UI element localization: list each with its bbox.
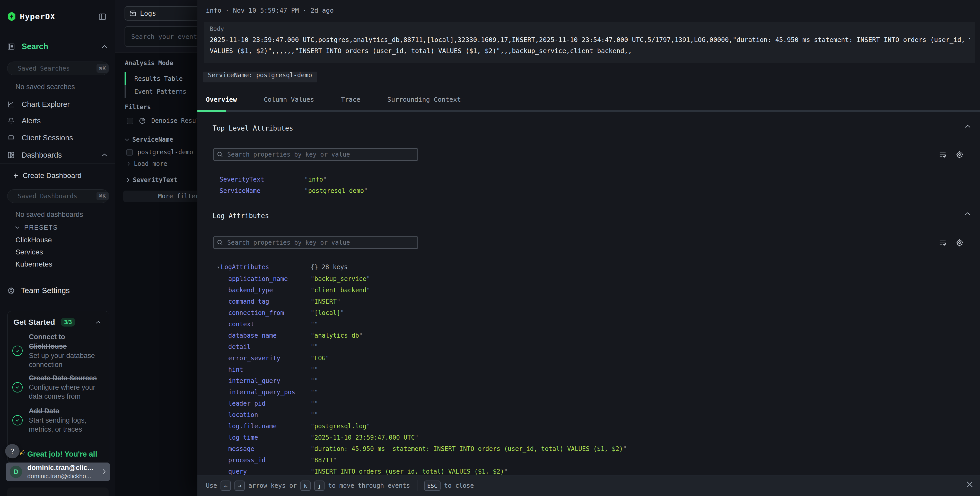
service-name-tag[interactable]: ServiceName: postgresql-demo bbox=[203, 72, 317, 82]
mode-results-table[interactable]: Results Table bbox=[124, 72, 197, 85]
saved-searches-button[interactable]: ⌘K bbox=[7, 62, 109, 75]
chevron-up-icon[interactable] bbox=[964, 124, 971, 128]
tab-underline-track bbox=[197, 110, 980, 112]
wrap-lines-icon[interactable] bbox=[939, 151, 947, 158]
load-more-button[interactable]: Load more bbox=[127, 160, 167, 167]
preset-kubernetes[interactable]: Kubernetes bbox=[16, 260, 52, 269]
attribute-row[interactable]: error_severity"LOG" bbox=[197, 352, 764, 364]
wrap-lines-icon[interactable] bbox=[939, 239, 947, 246]
attribute-row[interactable]: log_time"2025-11-10 23:59:47.000 UTC" bbox=[197, 432, 764, 443]
load-more-label: Load more bbox=[134, 160, 167, 167]
gear-icon[interactable] bbox=[956, 239, 964, 246]
denoise-icon bbox=[139, 117, 146, 124]
attribute-row[interactable]: SeverityText "info" bbox=[197, 174, 764, 185]
saved-searches-input[interactable] bbox=[18, 65, 97, 72]
sidebar-item-search[interactable]: Search bbox=[8, 42, 107, 51]
chevron-up-icon[interactable] bbox=[102, 45, 107, 48]
sidebar-item-alerts[interactable]: Alerts bbox=[8, 116, 107, 126]
filters-label: Filters bbox=[125, 104, 151, 111]
chevron-up-icon[interactable] bbox=[964, 212, 971, 216]
attribute-key: error_severity bbox=[228, 355, 310, 362]
sidebar: HyperDX Search ⌘K bbox=[0, 0, 115, 496]
log-attributes-root-row[interactable]: ▾ LogAttributes {} 28 keys bbox=[197, 262, 764, 273]
get-started-title: Get Started bbox=[13, 318, 55, 327]
inactive-mode-indicator bbox=[124, 85, 126, 98]
attribute-row[interactable]: internal_query_pos"" bbox=[197, 386, 764, 398]
attribute-row[interactable]: command_tag"INSERT" bbox=[197, 296, 764, 307]
attribute-key: query bbox=[228, 468, 310, 475]
preset-services[interactable]: Services bbox=[16, 248, 43, 257]
postgresql-demo-checkbox[interactable] bbox=[126, 149, 133, 156]
attribute-row[interactable]: ServiceName "postgresql-demo" bbox=[197, 185, 764, 196]
tab-overview[interactable]: Overview bbox=[206, 96, 237, 103]
help-button[interactable]: ? bbox=[5, 444, 19, 458]
servicename-group-toggle[interactable]: ServiceName bbox=[125, 136, 173, 143]
service-filter-row: postgresql-demo bbox=[126, 148, 193, 156]
close-icon[interactable] bbox=[966, 480, 974, 488]
user-name: dominic.tran@clic... bbox=[27, 464, 93, 472]
get-started-item-title: Create Data Sources bbox=[29, 373, 105, 383]
collapse-triangle-icon[interactable]: ▾ bbox=[217, 265, 220, 270]
bell-icon bbox=[8, 117, 15, 124]
attribute-key: location bbox=[228, 411, 310, 418]
tab-column-values[interactable]: Column Values bbox=[264, 96, 314, 103]
chevron-up-icon[interactable] bbox=[96, 321, 101, 324]
attribute-row[interactable]: location"" bbox=[197, 409, 764, 421]
attribute-row[interactable]: leader_pid"" bbox=[197, 398, 764, 409]
sidebar-collapse-icon[interactable] bbox=[99, 13, 106, 20]
get-started-item-title: Connect to ClickHouse bbox=[29, 332, 105, 351]
filter-group-label: ServiceName bbox=[132, 136, 173, 143]
chevron-down-icon bbox=[15, 226, 19, 229]
top-attributes-search-input[interactable] bbox=[213, 148, 418, 161]
attribute-row[interactable]: log.file.name"postgresql.log" bbox=[197, 421, 764, 432]
get-started-item[interactable]: Connect to ClickHouse Set up your databa… bbox=[12, 332, 105, 369]
attribute-row[interactable]: detail"" bbox=[197, 341, 764, 352]
chevron-up-icon[interactable] bbox=[102, 153, 107, 157]
team-settings-button[interactable]: Team Settings bbox=[7, 285, 70, 296]
severitytext-group-toggle[interactable]: SeverityText bbox=[126, 176, 177, 183]
service-filter-label[interactable]: postgresql-demo bbox=[137, 148, 193, 156]
attribute-row[interactable]: backend_type"client backend" bbox=[197, 285, 764, 296]
footer-text: arrow keys or bbox=[248, 482, 297, 489]
user-menu[interactable]: D dominic.tran@clic... dominic.tran@clic… bbox=[6, 463, 110, 481]
divider bbox=[0, 54, 115, 54]
attribute-row[interactable]: message"duration: 45.950 ms statement: I… bbox=[197, 443, 764, 455]
get-started-header[interactable]: Get Started 3/3 bbox=[13, 318, 103, 327]
mode-event-patterns[interactable]: Event Patterns bbox=[124, 85, 197, 98]
sidebar-item-dashboards[interactable]: Dashboards bbox=[8, 150, 107, 160]
attribute-row[interactable]: context"" bbox=[197, 319, 764, 330]
create-dashboard-button[interactable]: Create Dashboard bbox=[13, 171, 81, 180]
attribute-row[interactable]: internal_query"" bbox=[197, 375, 764, 386]
arrow-left-key[interactable]: ← bbox=[221, 480, 231, 491]
attribute-row[interactable]: process_id"88711" bbox=[197, 455, 764, 466]
sidebar-item-client-sessions[interactable]: Client Sessions bbox=[8, 133, 107, 143]
attribute-key: log.file.name bbox=[228, 423, 310, 430]
attribute-row[interactable]: application_name"backup_service" bbox=[197, 273, 764, 285]
preset-label: Services bbox=[16, 248, 43, 256]
event-body-box[interactable]: Body 2025-11-10 23:59:47.000 UTC,postgre… bbox=[204, 22, 975, 63]
log-attributes-search-input[interactable] bbox=[213, 236, 418, 249]
tab-trace[interactable]: Trace bbox=[341, 96, 360, 103]
saved-dashboards-input[interactable] bbox=[18, 193, 97, 200]
tab-surrounding-context[interactable]: Surrounding Context bbox=[387, 96, 461, 103]
attribute-value: "postgresql.log" bbox=[310, 423, 370, 430]
gear-icon[interactable] bbox=[956, 151, 964, 158]
sidebar-item-chart-explorer[interactable]: Chart Explorer bbox=[8, 99, 107, 109]
get-started-item[interactable]: Create Data Sources Configure where your… bbox=[12, 373, 105, 401]
arrow-right-key[interactable]: → bbox=[234, 480, 245, 491]
k-key[interactable]: k bbox=[300, 480, 310, 491]
esc-key[interactable]: ESC bbox=[424, 480, 441, 491]
active-tab-underline bbox=[197, 110, 226, 112]
j-key[interactable]: j bbox=[314, 480, 325, 491]
get-started-item[interactable]: Add Data Start sending logs, metrics, or… bbox=[12, 407, 105, 434]
attribute-row[interactable]: connection_from"[local]" bbox=[197, 307, 764, 319]
presets-toggle[interactable]: PRESETS bbox=[15, 223, 58, 231]
denoise-checkbox[interactable] bbox=[127, 118, 133, 124]
attribute-row[interactable]: hint"" bbox=[197, 364, 764, 375]
get-started-item-title: Add Data bbox=[29, 407, 105, 416]
create-dashboard-label: Create Dashboard bbox=[23, 172, 81, 180]
attribute-value: "client backend" bbox=[310, 287, 370, 294]
preset-clickhouse[interactable]: ClickHouse bbox=[16, 236, 52, 244]
saved-dashboards-button[interactable]: ⌘K bbox=[7, 189, 109, 203]
attribute-row[interactable]: database_name"analytics_db" bbox=[197, 330, 764, 341]
